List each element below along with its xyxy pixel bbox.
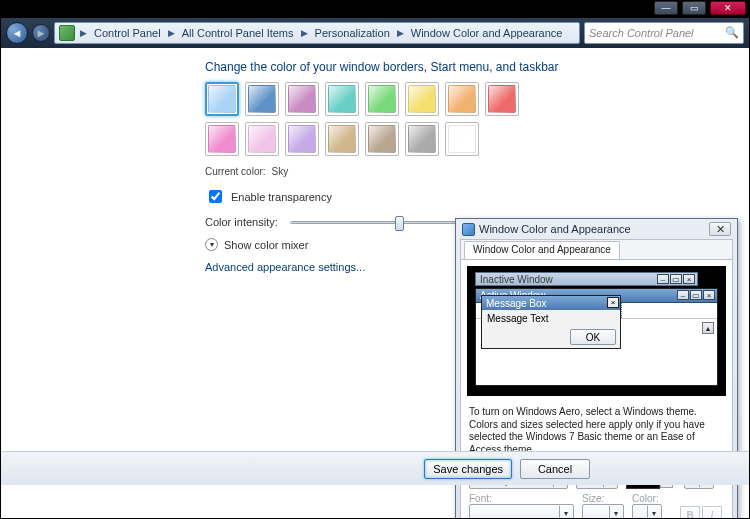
transparency-label[interactable]: Enable transparency [231, 191, 332, 203]
min-icon: – [677, 290, 689, 300]
font-color-picker: ▾ [632, 504, 662, 519]
crumb-control-panel[interactable]: Control Panel [92, 25, 163, 41]
transparency-checkbox[interactable] [209, 190, 222, 203]
color-swatches [205, 82, 545, 156]
slider-thumb[interactable] [395, 216, 404, 231]
preview-window-text-area: Window Text ▴ Message Box × Message Text… [476, 319, 717, 351]
maximize-button[interactable]: ▭ [682, 1, 706, 15]
crumb-window-color[interactable]: Window Color and Appearance [409, 25, 565, 41]
cancel-button[interactable]: Cancel [520, 459, 590, 479]
font-color-label: Color: [632, 493, 672, 504]
close-button[interactable]: ✕ [710, 1, 746, 15]
scroll-up-icon: ▴ [702, 322, 714, 334]
crumb-personalization[interactable]: Personalization [313, 25, 392, 41]
footer-bar: Save changes Cancel [0, 451, 750, 485]
forward-button[interactable]: ► [32, 24, 50, 42]
color-mixer-toggle[interactable]: Show color mixer [224, 239, 308, 251]
msgbox-title: Message Box [486, 298, 547, 309]
page-heading: Change the color of your window borders,… [205, 60, 750, 74]
font-select: ▾ [469, 504, 574, 519]
color-swatch[interactable] [325, 82, 359, 116]
chevron-right-icon: ▶ [394, 28, 407, 38]
dialog-icon [462, 223, 475, 236]
control-panel-icon [59, 25, 75, 41]
minimize-button[interactable]: — [654, 1, 678, 15]
nav-bar: ◄ ► ▶ Control Panel ▶ All Control Panel … [0, 18, 750, 48]
dialog-tab-strip: Window Color and Appearance [461, 240, 732, 260]
preview-inactive-title: Inactive Window [480, 274, 553, 285]
current-color-name: Sky [272, 166, 289, 177]
chevron-right-icon: ▶ [165, 28, 178, 38]
search-icon: 🔍 [725, 26, 739, 39]
max-icon: ▭ [670, 274, 682, 284]
msgbox-ok-button: OK [570, 329, 616, 345]
color-swatch[interactable] [405, 82, 439, 116]
color-swatch[interactable] [285, 82, 319, 116]
crumb-all-items[interactable]: All Control Panel Items [180, 25, 296, 41]
color-swatch[interactable] [205, 122, 239, 156]
max-icon: ▭ [690, 290, 702, 300]
chevron-right-icon: ▶ [298, 28, 311, 38]
search-placeholder: Search Control Panel [589, 27, 694, 39]
color-swatch[interactable] [365, 82, 399, 116]
color-swatch[interactable] [445, 82, 479, 116]
search-input[interactable]: Search Control Panel 🔍 [584, 22, 744, 44]
preview-message-box: Message Box × Message Text OK [481, 295, 621, 349]
preview-inactive-window: Inactive Window – ▭ × [475, 272, 698, 286]
save-button[interactable]: Save changes [424, 459, 512, 479]
close-icon: × [683, 274, 695, 284]
bold-button: B [680, 506, 700, 519]
chevron-right-icon: ▶ [77, 28, 90, 38]
color-swatch[interactable] [325, 122, 359, 156]
dialog-tab[interactable]: Window Color and Appearance [464, 241, 620, 259]
color-swatch[interactable] [365, 122, 399, 156]
font-label: Font: [469, 493, 574, 504]
color-swatch[interactable] [245, 82, 279, 116]
chevron-down-icon: ▾ [559, 506, 572, 519]
color-swatch[interactable] [245, 122, 279, 156]
dialog-title-bar[interactable]: Window Color and Appearance ✕ [456, 219, 737, 239]
breadcrumb[interactable]: ▶ Control Panel ▶ All Control Panel Item… [54, 22, 580, 44]
color-swatch[interactable] [205, 82, 239, 116]
intensity-label: Color intensity: [205, 216, 278, 228]
msgbox-text: Message Text [482, 310, 620, 327]
font-size-select: ▾ [582, 504, 624, 519]
close-icon: × [607, 297, 619, 308]
chevron-down-icon: ▾ [609, 506, 622, 519]
italic-button: I [702, 506, 722, 519]
current-color-label: Current color: [205, 166, 266, 177]
color-swatch[interactable] [405, 122, 439, 156]
color-swatch[interactable] [285, 122, 319, 156]
chevron-down-icon: ▾ [647, 506, 660, 519]
chevron-down-icon[interactable]: ▾ [205, 238, 218, 251]
appearance-preview: Inactive Window – ▭ × Active Window – [467, 266, 726, 396]
advanced-settings-link[interactable]: Advanced appearance settings... [205, 261, 365, 273]
window-title-bar: — ▭ ✕ [0, 0, 750, 18]
min-icon: – [657, 274, 669, 284]
dialog-title: Window Color and Appearance [479, 223, 631, 235]
dialog-close-button[interactable]: ✕ [709, 222, 731, 236]
color-swatch[interactable] [485, 82, 519, 116]
back-button[interactable]: ◄ [6, 22, 28, 44]
color-swatch[interactable] [445, 122, 479, 156]
close-icon: × [703, 290, 715, 300]
font-size-label: Size: [582, 493, 624, 504]
